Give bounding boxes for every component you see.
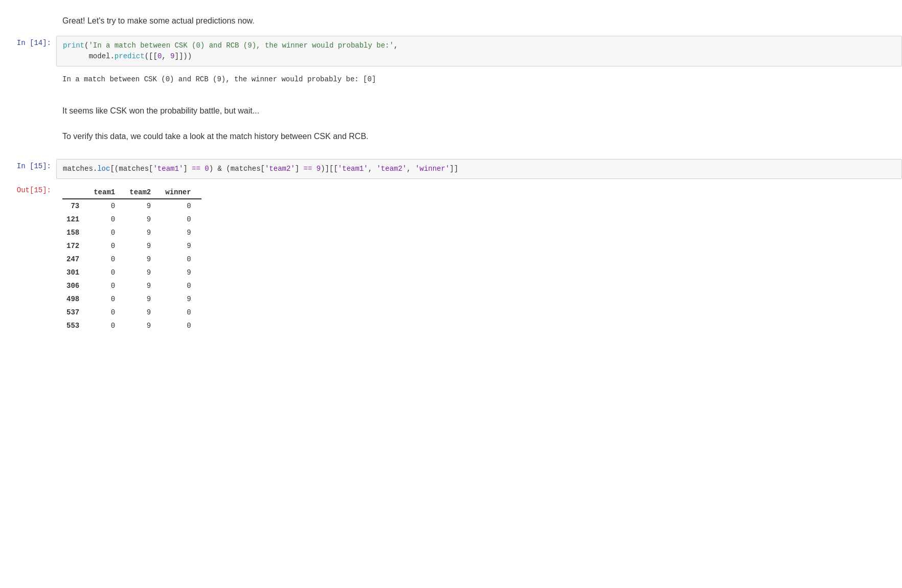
print-keyword: print [63, 41, 84, 50]
cell-idx: 498 [62, 292, 89, 306]
bracket-close2: ] [295, 165, 299, 173]
cell-winner: 9 [161, 292, 201, 306]
cell-idx: 537 [62, 306, 89, 319]
col-header-idx [62, 186, 89, 199]
cell-winner: 9 [161, 266, 201, 279]
cell-team1: 0 [89, 213, 125, 226]
cell-team2: 9 [125, 292, 161, 306]
team1-str: 'team1' [153, 165, 183, 173]
cell-winner: 0 [161, 213, 201, 226]
eq-op1: == [192, 165, 200, 173]
cell-15-label: In [15]: [0, 159, 56, 170]
paren2: ([[ [145, 52, 157, 60]
cell-team1: 0 [89, 306, 125, 319]
table-row: 306090 [62, 279, 201, 292]
middle-text-2-label [0, 126, 56, 137]
space4 [312, 165, 316, 173]
cell-14-output-content: In a match between CSK (0) and RCB (9), … [56, 71, 902, 88]
model-var: model [88, 52, 110, 60]
paren-open2: ( [226, 165, 230, 173]
col-header-team2: team2 [125, 186, 161, 199]
loc-method: loc [97, 165, 110, 173]
dot: . [110, 52, 114, 60]
cell-winner: 9 [161, 239, 201, 253]
cell-team1: 0 [89, 319, 125, 332]
notebook: Great! Let's try to make some actual pre… [0, 0, 902, 350]
dataframe-table: team1 team2 winner 730901210901580991720… [62, 186, 201, 332]
cell-team2: 9 [125, 319, 161, 332]
col-team1: 'team1' [338, 165, 368, 173]
middle-text-2-cell: To verify this data, we could take a loo… [0, 126, 902, 147]
cell-team1: 0 [89, 266, 125, 279]
cell-team1: 0 [89, 292, 125, 306]
cell-team2: 9 [125, 253, 161, 266]
out-15-label-row: Out[15]: team1 team2 winner 730901210901… [0, 183, 902, 335]
cell-14-output-row: In a match between CSK (0) and RCB (9), … [0, 71, 902, 88]
cell-14-output-text: In a match between CSK (0) and RCB (9), … [56, 71, 902, 88]
cell-team2: 9 [125, 239, 161, 253]
out-15-content: team1 team2 winner 730901210901580991720… [56, 183, 902, 335]
comma2: , [162, 52, 170, 60]
cell-14-label: In [14]: [0, 36, 56, 47]
amp: & [213, 165, 226, 173]
middle-text-1: It seems like CSK won the probability ba… [56, 100, 902, 122]
out-15-label: Out[15]: [0, 183, 56, 194]
bracket-open: [( [110, 165, 119, 173]
middle-text-2-content: To verify this data, we could take a loo… [56, 126, 902, 147]
col-header-winner: winner [161, 186, 201, 199]
matches-var2: matches [119, 165, 149, 173]
cell-winner: 0 [161, 279, 201, 292]
eq-op2: == [304, 165, 312, 173]
close-all: ]] [449, 165, 458, 173]
cell-15-content[interactable]: matches.loc[(matches['team1'] == 0) & (m… [56, 159, 902, 179]
middle-text-1-content: It seems like CSK won the probability ba… [56, 100, 902, 122]
cell-team1: 0 [89, 199, 125, 213]
table-row: 73090 [62, 199, 201, 213]
spacer-2 [0, 151, 902, 159]
code-input-14[interactable]: print('In a match between CSK (0) and RC… [56, 36, 902, 66]
table-row: 158099 [62, 226, 201, 239]
cell-idx: 553 [62, 319, 89, 332]
cell-winner: 0 [161, 199, 201, 213]
col-winner: 'winner' [415, 165, 449, 173]
intro-label [0, 10, 56, 21]
cell-idx: 306 [62, 279, 89, 292]
cell-team2: 9 [125, 266, 161, 279]
predict-method: predict [115, 52, 145, 60]
col-team2: 'team2' [376, 165, 407, 173]
cell-winner: 0 [161, 306, 201, 319]
paren-close1: ) [209, 165, 213, 173]
middle-text-1-cell: It seems like CSK won the probability ba… [0, 100, 902, 122]
cell-team2: 9 [125, 306, 161, 319]
dataframe-wrapper: team1 team2 winner 730901210901580991720… [56, 183, 902, 335]
cell-winner: 0 [161, 319, 201, 332]
cell-idx: 73 [62, 199, 89, 213]
intro-content: Great! Let's try to make some actual pre… [56, 10, 902, 32]
middle-text-1-label [0, 100, 56, 111]
table-row: 172099 [62, 239, 201, 253]
comma-col2: , [407, 165, 415, 173]
cell-idx: 172 [62, 239, 89, 253]
cell-winner: 0 [161, 253, 201, 266]
matches-var: matches [63, 165, 93, 173]
table-row: 121090 [62, 213, 201, 226]
bracket-str2: [ [261, 165, 265, 173]
cell-idx: 301 [62, 266, 89, 279]
cell-idx: 121 [62, 213, 89, 226]
intro-text: Great! Let's try to make some actual pre… [56, 10, 902, 32]
middle-text-2: To verify this data, we could take a loo… [56, 126, 902, 147]
cell-14-content[interactable]: print('In a match between CSK (0) and RC… [56, 36, 902, 66]
cell-winner: 9 [161, 226, 201, 239]
cell-team1: 0 [89, 279, 125, 292]
dot-loc: . [93, 165, 97, 173]
team2-str: 'team2' [265, 165, 295, 173]
table-row: 247090 [62, 253, 201, 266]
matches-var3: matches [231, 165, 261, 173]
code-input-15[interactable]: matches.loc[(matches['team1'] == 0) & (m… [56, 159, 902, 179]
cell-team2: 9 [125, 279, 161, 292]
nine-num: 9 [317, 165, 321, 173]
bracket-open3: [ [333, 165, 337, 173]
close-brackets: ]])) [175, 52, 192, 60]
table-row: 301099 [62, 266, 201, 279]
cell-team1: 0 [89, 226, 125, 239]
